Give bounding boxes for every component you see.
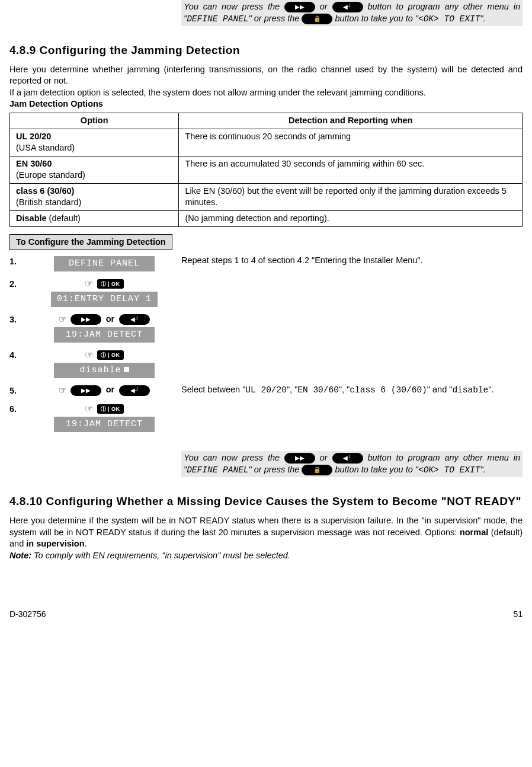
ok-button-icon: ⓘ | OK <box>97 404 124 414</box>
hint-text: button to take you to " <box>335 465 418 474</box>
opt: disable <box>452 385 488 395</box>
section-heading-489: 4.8.9 Configuring the Jamming Detection <box>9 43 523 58</box>
page-number: 51 <box>513 609 523 620</box>
jam-options-table: Option Detection and Reporting when UL 2… <box>9 113 523 227</box>
lcd-display: 19:JAM DETECT <box>54 327 155 343</box>
note-label: Note: <box>9 551 31 560</box>
ok-button-icon: ⓘ | OK <box>97 279 124 289</box>
pointer-icon: ☞ <box>85 349 93 362</box>
section-intro-1: Here you determine whether jamming (inte… <box>9 64 523 87</box>
opt-name: UL 20/20 <box>16 132 51 141</box>
step-desc: Select between "UL 20/20", "EN 30/60", "… <box>181 384 523 397</box>
col-detection: Detection and Reporting when <box>179 113 523 129</box>
t: . <box>85 539 87 548</box>
step-number: 4. <box>9 349 27 362</box>
opt-sub: (Europe standard) <box>16 170 85 180</box>
section-4810-body: Here you determine if the system will be… <box>9 515 523 550</box>
hint-text: " or press the <box>249 465 302 474</box>
cursor-icon <box>124 367 129 372</box>
hint-text: ". <box>480 465 485 474</box>
opt-desc: Like EN (30/60) but the event will be re… <box>179 183 523 210</box>
doc-number: D-302756 <box>9 609 46 620</box>
step-number: 3. <box>9 313 27 326</box>
menu-name: DEFINE PANEL <box>187 14 248 24</box>
opt-desc: (No jamming detection and reporting). <box>179 210 523 226</box>
table-row: class 6 (30/60)(British standard) Like E… <box>10 183 523 210</box>
step-desc: Repeat steps 1 to 4 of section 4.2 "Ente… <box>181 255 523 267</box>
or-text: or <box>106 314 115 324</box>
t: Here you determine if the system will be… <box>9 516 523 537</box>
hint-text: button to take you to " <box>335 14 418 23</box>
opt-desc: There is continuous 20 seconds of jammin… <box>179 129 523 156</box>
t: ", " <box>339 385 350 394</box>
t: ", " <box>287 385 297 394</box>
opt-name: Disable <box>16 213 47 223</box>
opt-name: EN 30/60 <box>16 159 52 168</box>
exit-text: <OK> TO EXIT <box>418 465 480 475</box>
table-row: Disable (default) (No jamming detection … <box>10 210 523 226</box>
or-text: or <box>106 385 115 394</box>
opt-name: class 6 (30/60) <box>16 186 74 196</box>
menu-name: DEFINE PANEL <box>187 465 248 475</box>
lcd-display: DEFINE PANEL <box>54 256 155 271</box>
forward-button-icon: ▶▶ <box>70 385 101 396</box>
pointer-icon: ☞ <box>85 402 93 416</box>
table-row: UL 20/20(USA standard) There is continuo… <box>10 129 523 156</box>
section-4810-note: Note: To comply with EN requirements, "i… <box>9 550 523 562</box>
hint-text: or <box>320 453 332 462</box>
section-intro-2: If a jam detection option is selected, t… <box>9 87 523 99</box>
lcd-display: 19:JAM DETECT <box>54 417 155 432</box>
table-title: Jam Detection Options <box>9 98 523 110</box>
opt: EN 30/60 <box>297 385 339 395</box>
t: " and " <box>427 385 453 394</box>
step-number: 2. <box>9 277 27 290</box>
ok-button-icon: ⓘ | OK <box>97 350 124 360</box>
forward-button-icon: ▶▶ <box>70 314 101 325</box>
top-hint-box: You can now press the ▶▶ or ◀┘ button to… <box>181 0 523 26</box>
lcd-display: disable <box>54 363 155 378</box>
opt-normal: normal <box>460 528 488 537</box>
procedure-heading: To Configure the Jamming Detection <box>9 234 172 251</box>
t: Select between " <box>181 385 245 394</box>
pointer-icon: ☞ <box>85 277 93 290</box>
lcd-display: 01:ENTRY DELAY 1 <box>51 292 158 307</box>
forward-button-icon: ▶▶ <box>284 2 315 12</box>
lock-button-icon: 🔒 <box>302 465 332 475</box>
hint-text: or <box>320 2 332 11</box>
hint-text: " or press the <box>249 14 302 23</box>
step-number: 5. <box>9 384 27 397</box>
back-button-icon: ◀┘ <box>332 453 363 464</box>
lock-button-icon: 🔒 <box>302 14 332 24</box>
opt: class 6 (30/60) <box>350 385 427 395</box>
pointer-icon: ☞ <box>59 384 67 397</box>
page-footer: D-302756 51 <box>9 609 523 620</box>
exit-text: <OK> TO EXIT <box>418 14 480 24</box>
step-number: 1. <box>9 255 27 268</box>
hint-text: You can now press the <box>184 453 284 462</box>
section-heading-4810: 4.8.10 Configuring Whether a Missing Dev… <box>9 494 523 509</box>
hint-text: You can now press the <box>184 2 284 11</box>
opt: UL 20/20 <box>245 385 287 395</box>
bottom-hint-box: You can now press the ▶▶ or ◀┘ button to… <box>181 451 523 477</box>
hint-text: ". <box>480 14 485 23</box>
back-button-icon: ◀┘ <box>119 314 150 325</box>
back-button-icon: ◀┘ <box>119 385 150 396</box>
t: ". <box>488 385 493 394</box>
step-number: 6. <box>9 402 27 416</box>
procedure-steps: 1. DEFINE PANEL Repeat steps 1 to 4 of s… <box>9 255 523 432</box>
table-row: EN 30/60(Europe standard) There is an ac… <box>10 156 523 183</box>
opt-sub: (British standard) <box>16 197 81 207</box>
opt-desc: There is an accumulated 30 seconds of ja… <box>179 156 523 183</box>
col-option: Option <box>10 113 179 129</box>
opt-supervision: in supervision <box>26 539 84 548</box>
pointer-icon: ☞ <box>59 313 67 326</box>
opt-sub: (USA standard) <box>16 143 75 152</box>
note-text: To comply with EN requirements, "in supe… <box>31 551 290 560</box>
forward-button-icon: ▶▶ <box>284 453 315 464</box>
opt-sub: (default) <box>47 213 81 223</box>
back-button-icon: ◀┘ <box>332 2 363 12</box>
lcd-text: disable <box>79 365 121 375</box>
